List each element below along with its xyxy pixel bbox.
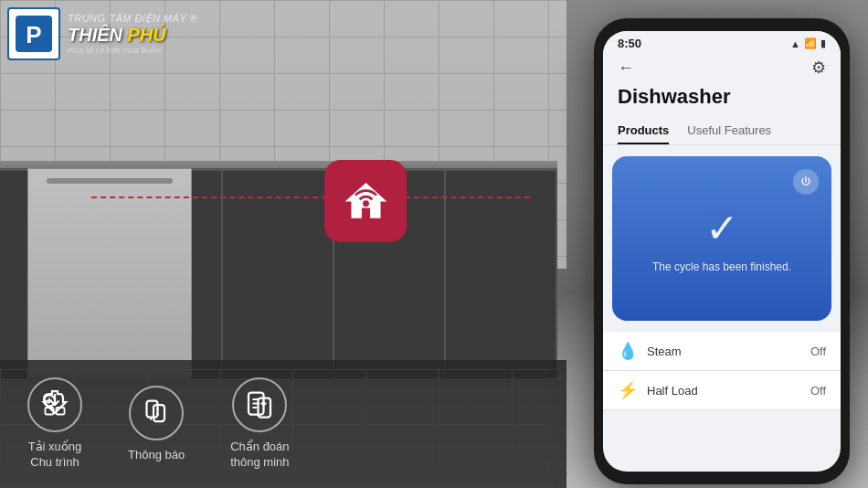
phone-tabs: Products Useful Features — [603, 118, 841, 145]
brand-name: THIÊN PHÚ — [68, 25, 197, 46]
bell-icon — [140, 397, 173, 430]
phone-nav-row: ← ⚙ — [603, 54, 841, 83]
feature-list: 💧 Steam Off ⚡ Half Load Off — [603, 332, 841, 472]
notification-label: Thông báo — [128, 448, 185, 463]
phone-status-icons: ▲ 📶 ▮ — [790, 37, 826, 49]
status-text: The cycle has been finished. — [652, 260, 791, 273]
svg-rect-4 — [147, 400, 158, 417]
status-card: ✓ The cycle has been finished. — [612, 156, 831, 321]
download-icon — [38, 388, 71, 421]
feature-item-diagnosis[interactable]: Chẩn đoán thông minh — [230, 377, 289, 471]
steam-left: 💧 Steam — [618, 341, 682, 361]
logo-icon: P — [7, 7, 60, 60]
feature-row-halfload[interactable]: ⚡ Half Load Off — [603, 371, 841, 410]
svg-rect-5 — [153, 405, 164, 421]
steam-icon: 💧 — [618, 341, 638, 361]
phone-time: 8:50 — [618, 37, 641, 50]
phone-screen: 8:50 ▲ 📶 ▮ ← ⚙ Dishwasher Products Usefu… — [603, 31, 841, 472]
medical-icon — [243, 388, 276, 421]
steam-value: Off — [810, 345, 826, 358]
dishwasher-handle — [47, 178, 173, 184]
svg-text:P: P — [26, 21, 41, 48]
dashed-indicator-line — [91, 196, 530, 198]
back-button[interactable]: ← — [618, 58, 634, 78]
phone-mockup: 8:50 ▲ 📶 ▮ ← ⚙ Dishwasher Products Usefu… — [594, 18, 850, 484]
feature-item-notification[interactable]: Thông báo — [128, 386, 185, 463]
logo-text-block: TRUNG TÂM ĐIỆN MÁY ® THIÊN PHÚ mua lẻ rẻ… — [68, 13, 197, 55]
download-label: Tải xuống Chu trình — [28, 440, 82, 471]
smart-home-center-icon[interactable] — [324, 160, 407, 242]
download-cycle-icon — [27, 377, 82, 432]
settings-button[interactable]: ⚙ — [811, 58, 826, 78]
brand-tagline: mua lẻ rẻ hơn mua buôn! — [68, 46, 197, 55]
phone-header: Dishwasher — [603, 83, 841, 118]
steam-name: Steam — [647, 345, 682, 358]
phone-device-title: Dishwasher — [618, 85, 826, 109]
tab-products[interactable]: Products — [618, 118, 669, 144]
halfload-value: Off — [810, 384, 826, 398]
svg-point-0 — [363, 200, 369, 207]
phone-statusbar: 8:50 ▲ 📶 ▮ — [603, 31, 841, 54]
power-button[interactable] — [793, 169, 819, 195]
halfload-icon: ⚡ — [618, 380, 638, 400]
house-wifi-icon — [341, 176, 391, 227]
feature-panel: Tải xuống Chu trình Thông báo Chẩn đoán … — [0, 360, 566, 488]
brand-sub: TRUNG TÂM ĐIỆN MÁY ® — [68, 13, 197, 25]
dishwasher-appliance — [27, 168, 192, 378]
diagnosis-label: Chẩn đoán thông minh — [230, 440, 289, 471]
diagnosis-icon — [232, 377, 287, 432]
notification-icon — [129, 386, 184, 440]
halfload-name: Half Load — [647, 384, 698, 398]
halfload-left: ⚡ Half Load — [618, 380, 698, 400]
battery-icon: ▮ — [820, 37, 826, 49]
feature-row-steam[interactable]: 💧 Steam Off — [603, 332, 841, 371]
check-icon: ✓ — [705, 205, 739, 251]
logo-area: P TRUNG TÂM ĐIỆN MÁY ® THIÊN PHÚ mua lẻ … — [7, 7, 197, 60]
wifi-icon: 📶 — [804, 37, 817, 49]
signal-icon: ▲ — [790, 38, 800, 49]
power-icon — [799, 175, 813, 189]
brand-icon-svg: P — [14, 14, 54, 54]
feature-item-download[interactable]: Tải xuống Chu trình — [27, 377, 82, 471]
tab-useful-features[interactable]: Useful Features — [687, 118, 771, 144]
